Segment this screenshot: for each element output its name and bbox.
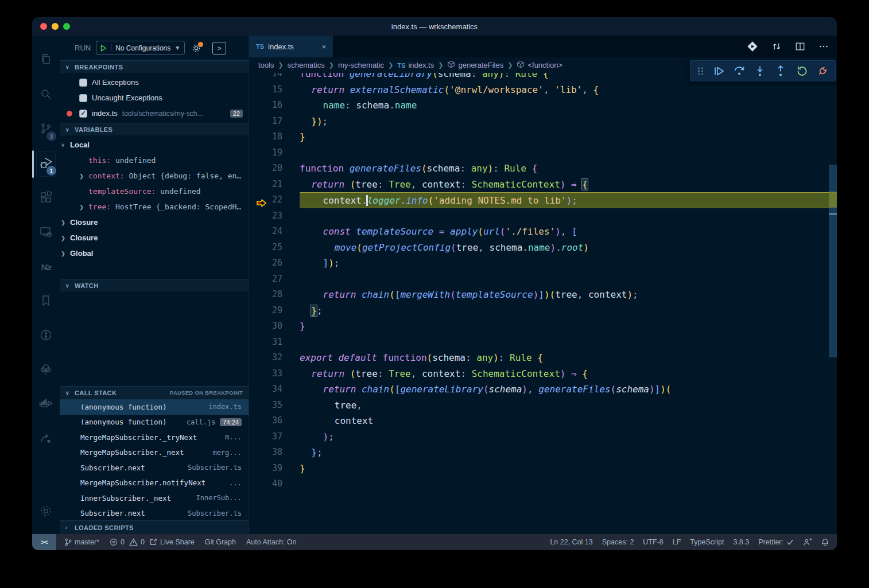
close-window-button[interactable] xyxy=(40,23,47,30)
call-stack-frame[interactable]: InnerSubscriber._nextInnerSub... xyxy=(60,490,249,506)
code-line-20[interactable]: 20function generateFiles(schema: any): R… xyxy=(249,161,837,177)
tab-index-ts[interactable]: TS index.ts × xyxy=(249,36,333,57)
sidebar-nx-console-icon[interactable]: N≥ xyxy=(34,250,57,285)
sidebar-live-share-icon[interactable] xyxy=(34,422,57,457)
code-line-33[interactable]: 33return (tree: Tree, context: Schematic… xyxy=(249,366,837,382)
statusbar-warnings[interactable]: 0 xyxy=(129,538,145,546)
call-stack-frame[interactable]: Subscriber.nextSubscriber.ts xyxy=(60,506,249,521)
code-line-18[interactable]: 18} xyxy=(249,129,837,145)
call-stack-frame[interactable]: MergeMapSubscriber._tryNextm... xyxy=(60,430,249,445)
call-stack-frame[interactable]: (anonymous function)index.ts xyxy=(60,399,249,415)
sidebar-explorer-icon[interactable] xyxy=(34,44,57,78)
close-tab-icon[interactable]: × xyxy=(321,42,326,51)
variable-row[interactable]: ∨Local xyxy=(60,137,249,153)
statusbar-git-branch[interactable]: master* xyxy=(64,538,99,546)
sidebar-extensions-icon[interactable] xyxy=(34,181,57,216)
variable-row[interactable]: ❯context: Object {debug: false, en… xyxy=(60,168,249,184)
call-stack-frame[interactable]: (anonymous function)call.js74:24 xyxy=(60,415,249,430)
minimize-window-button[interactable] xyxy=(52,23,59,30)
continue-icon[interactable] xyxy=(711,63,727,79)
code-line-27[interactable]: 27 xyxy=(249,271,837,287)
debug-config-dropdown[interactable]: No Configurations ▼ xyxy=(96,41,185,55)
statusbar-feedback[interactable] xyxy=(803,538,812,546)
chevron-right-icon[interactable]: ❯ xyxy=(61,219,65,225)
statusbar-eol[interactable]: LF xyxy=(673,538,681,546)
code-line-25[interactable]: 25move(getProjectConfig(tree, schema.nam… xyxy=(249,240,837,256)
code-line-15[interactable]: 15return externalSchematic('@nrwl/worksp… xyxy=(249,82,837,98)
statusbar-language-mode[interactable]: TypeScript xyxy=(690,538,724,546)
restart-icon[interactable] xyxy=(794,63,810,79)
variable-row[interactable]: ❯Closure xyxy=(60,215,249,230)
start-debug-icon[interactable] xyxy=(100,45,107,52)
call-stack-frame[interactable]: MergeMapSubscriber.notifyNext... xyxy=(60,476,249,491)
variable-row[interactable]: templateSource: undefined xyxy=(60,184,249,199)
breakpoint-row[interactable]: Uncaught Exceptions xyxy=(60,90,249,106)
open-changes-icon[interactable] xyxy=(747,41,758,52)
disconnect-icon[interactable] xyxy=(814,63,831,79)
checkbox-unchecked[interactable] xyxy=(79,94,87,102)
chevron-down-icon[interactable]: ∨ xyxy=(61,142,65,148)
breadcrumb-item-schematics[interactable]: schematics xyxy=(288,61,325,69)
loaded-scripts-header[interactable]: › LOADED SCRIPTS xyxy=(60,520,249,534)
breakpoints-header[interactable]: ∨ BREAKPOINTS xyxy=(60,60,249,73)
statusbar-cursor-position[interactable]: Ln 22, Col 13 xyxy=(550,538,592,546)
chevron-right-icon[interactable]: ❯ xyxy=(61,235,65,241)
breadcrumb-item-tools[interactable]: tools xyxy=(258,61,274,69)
compare-changes-icon[interactable] xyxy=(771,41,782,52)
code-line-29[interactable]: 29}; xyxy=(249,303,837,319)
breadcrumb-item-my-schematic[interactable]: my-schematic xyxy=(338,61,384,69)
code-line-17[interactable]: 17}); xyxy=(249,114,837,130)
checkbox-unchecked[interactable] xyxy=(79,79,87,87)
statusbar-prettier[interactable]: Prettier: xyxy=(758,538,794,546)
debug-settings-gear[interactable] xyxy=(190,42,203,54)
breadcrumb-item-generatefiles[interactable]: generateFiles xyxy=(447,60,503,70)
statusbar-notifications-bell[interactable] xyxy=(821,538,829,547)
call-stack-header[interactable]: ∨ CALL STACK PAUSED ON BREAKPOINT xyxy=(60,386,249,399)
code-line-36[interactable]: 36context xyxy=(249,413,837,429)
watch-header[interactable]: ∨ WATCH xyxy=(60,279,249,291)
step-out-icon[interactable] xyxy=(773,63,789,79)
debug-console-icon[interactable]: > xyxy=(212,42,226,54)
code-line-30[interactable]: 30} xyxy=(249,318,837,334)
step-over-icon[interactable] xyxy=(731,63,747,79)
variable-row[interactable]: ❯Global xyxy=(60,246,249,261)
sidebar-docker-icon[interactable] xyxy=(34,388,57,422)
sidebar-bookmarks-icon[interactable] xyxy=(34,285,57,319)
breadcrumb-item-index-ts[interactable]: TSindex.ts xyxy=(397,61,434,69)
sidebar-manage-gear-icon[interactable] xyxy=(34,495,57,529)
statusbar-auto-attach[interactable]: Auto Attach: On xyxy=(246,538,297,546)
remote-indicator[interactable]: >< xyxy=(32,534,56,550)
code-line-19[interactable]: 19 xyxy=(249,145,837,161)
sidebar-remote-explorer-icon[interactable] xyxy=(34,216,57,250)
call-stack-frame[interactable]: MergeMapSubscriber._nextmerg... xyxy=(60,445,249,461)
sidebar-gitlens-icon[interactable] xyxy=(34,319,57,353)
code-line-22[interactable]: 22context.logger.info('adding NOTES.md t… xyxy=(249,192,837,208)
statusbar-encoding[interactable]: UTF-8 xyxy=(643,538,663,546)
variable-row[interactable]: ❯tree: HostTree {_backend: ScopedH… xyxy=(60,199,249,215)
statusbar-git-graph[interactable]: Git Graph xyxy=(205,538,236,546)
statusbar-live-share[interactable]: Live Share xyxy=(149,538,195,546)
drag-grip-icon[interactable] xyxy=(695,63,705,79)
statusbar-ts-version[interactable]: 3.8.3 xyxy=(733,538,749,546)
statusbar-errors[interactable]: 0 xyxy=(110,538,125,546)
sidebar-run-and-debug-icon[interactable]: 1 xyxy=(34,147,57,181)
variables-header[interactable]: ∨ VARIABLES xyxy=(60,123,249,135)
sidebar-test-explorer-icon[interactable] xyxy=(34,353,57,388)
maximize-window-button[interactable] xyxy=(63,23,70,30)
sidebar-source-control-icon[interactable]: 3 xyxy=(34,112,57,147)
variable-row[interactable]: ❯Closure xyxy=(60,230,249,246)
code-line-38[interactable]: 38}; xyxy=(249,445,837,461)
code-line-26[interactable]: 26]); xyxy=(249,255,837,271)
code-line-16[interactable]: 16name: schema.name xyxy=(249,98,837,114)
chevron-right-icon[interactable]: ❯ xyxy=(79,204,84,210)
more-actions-icon[interactable] xyxy=(818,41,829,52)
variable-row[interactable]: this: undefined xyxy=(60,153,249,168)
breadcrumb-item--function-[interactable]: <function> xyxy=(517,60,562,70)
code-line-23[interactable]: 23 xyxy=(249,208,837,224)
code-line-31[interactable]: 31 xyxy=(249,334,837,351)
code-line-40[interactable]: 40 xyxy=(249,476,837,492)
statusbar-indentation[interactable]: Spaces: 2 xyxy=(602,538,634,546)
call-stack-frame[interactable]: Subscriber.nextSubscriber.ts xyxy=(60,460,249,476)
code-line-28[interactable]: 28return chain([mergeWith(templateSource… xyxy=(249,287,837,303)
code-area[interactable]: 14function generateLibrary(schema: any):… xyxy=(249,73,837,534)
